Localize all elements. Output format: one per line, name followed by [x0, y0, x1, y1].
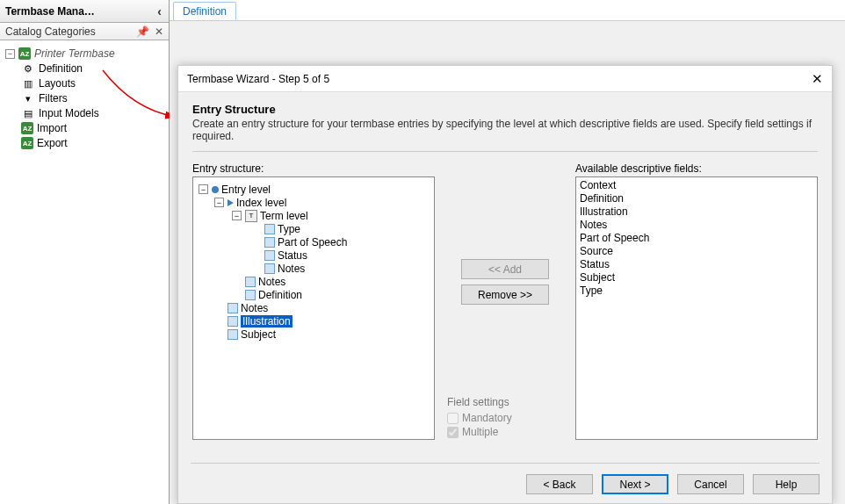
term-level-icon: T	[245, 210, 257, 222]
list-item[interactable]: Type	[576, 284, 817, 298]
list-item[interactable]: Status	[576, 258, 817, 271]
expander-icon[interactable]: −	[199, 184, 208, 194]
tree-field-pos[interactable]: Part of Speech	[197, 235, 430, 248]
field-settings-label: Field settings	[447, 396, 563, 408]
gear-icon: ⚙	[21, 61, 35, 76]
pin-icon[interactable]: 📌	[136, 25, 149, 38]
expander-icon[interactable]: −	[214, 198, 224, 207]
field-icon	[264, 237, 275, 248]
wizard-description: Create an entry structure for your termb…	[192, 118, 818, 142]
index-level-icon	[228, 199, 234, 206]
tab-label: Definition	[183, 5, 227, 18]
field-icon	[264, 263, 275, 274]
tree-field-notes-term[interactable]: Notes	[197, 262, 430, 275]
tree-entry-level[interactable]: − Entry level	[197, 183, 430, 196]
field-icon	[245, 290, 256, 300]
field-icon	[228, 303, 238, 313]
available-fields-label: Available descriptive fields:	[575, 162, 818, 175]
tab-definition[interactable]: Definition	[173, 2, 236, 20]
cancel-button[interactable]: Cancel	[677, 474, 744, 494]
catalog-tree: − AZ Printer Termbase ⚙ Definition ▥ Lay…	[0, 40, 169, 156]
back-button[interactable]: < Back	[526, 474, 593, 494]
left-panel: Termbase Mana… ‹ Catalog Categories 📌 ✕ …	[0, 0, 170, 504]
list-item[interactable]: Notes	[576, 219, 817, 232]
list-item[interactable]: Definition	[576, 192, 817, 205]
tree-root-label: Printer Termbase	[34, 47, 115, 60]
add-button[interactable]: << Add	[461, 259, 549, 279]
field-icon	[264, 250, 275, 261]
divider	[192, 151, 818, 152]
layout-icon: ▥	[21, 76, 35, 90]
sidebar-item-filters[interactable]: ▾ Filters	[21, 91, 165, 105]
export-icon: AZ	[21, 137, 33, 149]
list-item[interactable]: Source	[576, 245, 817, 258]
tree-term-level[interactable]: − T Term level	[197, 209, 430, 222]
tree-field-notes-index[interactable]: Notes	[197, 275, 430, 288]
entry-structure-label: Entry structure:	[192, 162, 435, 175]
tree-field-illustration[interactable]: Illustration	[197, 314, 430, 328]
multiple-checkbox[interactable]: Multiple	[447, 426, 563, 438]
available-fields-list[interactable]: Context Definition Illustration Notes Pa…	[575, 176, 818, 440]
tree-field-notes-entry[interactable]: Notes	[197, 301, 430, 314]
tree-field-subject[interactable]: Subject	[197, 328, 430, 341]
tree-field-status[interactable]: Status	[197, 248, 430, 262]
field-icon	[228, 316, 238, 327]
tree-field-type[interactable]: Type	[197, 222, 430, 235]
wizard-dialog: Termbase Wizard - Step 5 of 5 ✕ Entry St…	[177, 65, 833, 504]
close-icon[interactable]: ✕	[155, 25, 163, 38]
tree-index-level[interactable]: − Index level	[197, 196, 430, 209]
wizard-title-bar: Termbase Wizard - Step 5 of 5 ✕	[178, 66, 832, 92]
entry-level-icon	[212, 186, 219, 193]
expander-icon[interactable]: −	[232, 211, 242, 220]
footer-divider	[191, 463, 820, 464]
field-settings-group: Field settings Mandatory Multiple	[447, 396, 563, 440]
termbase-icon: AZ	[18, 47, 31, 60]
multiple-checkbox-input[interactable]	[447, 427, 459, 438]
import-icon: AZ	[21, 122, 33, 134]
entry-structure-tree[interactable]: − Entry level − Index level − T Te	[192, 176, 435, 440]
sidebar-item-layouts[interactable]: ▥ Layouts	[21, 76, 165, 90]
sidebar-item-definition[interactable]: ⚙ Definition	[21, 61, 165, 76]
sidebar-item-import[interactable]: AZ Import	[21, 121, 165, 135]
field-icon	[264, 224, 275, 234]
next-button[interactable]: Next >	[602, 474, 668, 494]
tree-field-definition[interactable]: Definition	[197, 288, 430, 301]
filter-icon: ▾	[21, 91, 35, 105]
wizard-close-button[interactable]: ✕	[812, 71, 823, 87]
catalog-header: Catalog Categories 📌 ✕	[0, 23, 169, 40]
help-button[interactable]: Help	[753, 474, 820, 494]
tree-root-node[interactable]: − AZ Printer Termbase	[5, 47, 165, 61]
expander-icon[interactable]: −	[5, 49, 15, 59]
mandatory-checkbox[interactable]: Mandatory	[447, 412, 563, 424]
panel-collapse-icon[interactable]: ‹	[155, 4, 163, 18]
input-models-icon: ▤	[21, 106, 35, 120]
list-item[interactable]: Subject	[576, 271, 817, 284]
remove-button[interactable]: Remove >>	[461, 284, 549, 305]
list-item[interactable]: Illustration	[576, 205, 817, 219]
mandatory-checkbox-input[interactable]	[447, 413, 459, 424]
wizard-heading: Entry Structure	[192, 103, 818, 116]
tab-strip: Definition	[170, 0, 845, 21]
sidebar-item-input-models[interactable]: ▤ Input Models	[21, 106, 165, 120]
catalog-label: Catalog Categories	[5, 25, 96, 38]
list-item[interactable]: Context	[576, 179, 817, 192]
field-icon	[228, 329, 238, 340]
wizard-title-text: Termbase Wizard - Step 5 of 5	[187, 73, 329, 85]
sidebar-item-export[interactable]: AZ Export	[21, 136, 165, 150]
panel-title: Termbase Mana…	[5, 5, 95, 18]
list-item[interactable]: Part of Speech	[576, 232, 817, 245]
panel-title-bar: Termbase Mana… ‹	[0, 0, 169, 23]
field-icon	[245, 277, 256, 287]
